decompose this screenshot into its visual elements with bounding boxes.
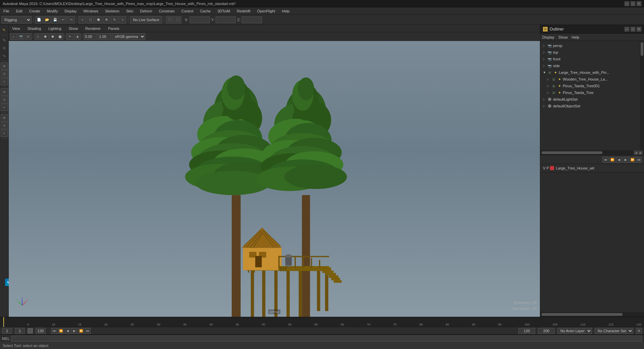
menu-file[interactable]: File — [2, 8, 11, 14]
vp-lighting-button[interactable]: ☀ — [66, 33, 73, 40]
anim-layer-select[interactable]: No Anim Layer — [557, 328, 592, 334]
tree-item-persp[interactable]: ▷ 📷 persp — [540, 42, 644, 49]
vp-menu-view[interactable]: View — [11, 26, 21, 31]
outliner-maximize[interactable]: □ — [631, 27, 635, 32]
pb-start[interactable]: ⏮ — [602, 157, 608, 163]
select-tool-button[interactable]: ⊹ — [79, 16, 86, 23]
playback-back-btn[interactable]: ◀ — [64, 328, 71, 334]
z-coord-input[interactable] — [242, 16, 262, 23]
playback-play-btn[interactable]: ▶ — [71, 328, 77, 334]
pb-prev[interactable]: ◀ — [616, 157, 622, 163]
vp-colorspace-select[interactable]: sRGB gamma — [112, 33, 145, 40]
transform-button-1[interactable]: ⊞ — [1, 88, 8, 96]
menu-deform[interactable]: Deform — [139, 8, 153, 14]
new-scene-button[interactable]: 📄 — [35, 16, 43, 23]
playback-end-btn[interactable]: ⏭ — [85, 328, 91, 334]
frame-current-input[interactable] — [15, 328, 25, 334]
show-hide-button-1[interactable]: ⊞ — [1, 62, 8, 70]
vp-fit-button[interactable]: ⊡ — [25, 33, 32, 40]
tree-item-front[interactable]: ▷ 📷 front — [540, 56, 644, 62]
move-tool-button[interactable]: ✥ — [103, 16, 110, 23]
frame-start-input[interactable] — [2, 328, 12, 334]
minimize-button[interactable]: ─ — [625, 1, 629, 6]
menu-skin[interactable]: Skin — [125, 8, 135, 14]
playback-fwd-btn[interactable]: ⏩ — [78, 328, 84, 334]
outliner-menu-help[interactable]: Help — [572, 35, 580, 39]
tree-item-object-set[interactable]: ▷ defaultObjectSet — [540, 103, 644, 109]
tree-item-large-tree-house[interactable]: ▼ ⊞ ✦ Large_Tree_House_with_Pin... — [540, 69, 644, 76]
tree-item-top[interactable]: ▷ 📷 top — [540, 49, 644, 56]
vp-smooth2-button[interactable]: ⬣ — [49, 33, 56, 40]
menu-control[interactable]: Control — [180, 8, 194, 14]
vp-camera-button[interactable]: 📷 — [17, 33, 24, 40]
mel-command-input[interactable] — [11, 336, 642, 342]
render-button[interactable]: ⬛ — [166, 16, 173, 23]
playback-prev-btn[interactable]: ⏪ — [58, 328, 64, 334]
paint-effects-button[interactable]: ✎ — [1, 37, 8, 44]
outliner-close[interactable]: ✕ — [637, 27, 641, 32]
outliner-menu-show[interactable]: Show — [558, 35, 568, 39]
frame-range-max-display[interactable] — [538, 328, 555, 334]
mode-dropdown[interactable]: Rigging Animation Polygons Rendering — [1, 16, 32, 23]
vp-shadow-button[interactable]: ◑ — [74, 33, 81, 40]
playback-start-btn[interactable]: ⏮ — [51, 328, 57, 334]
outliner-scrollbar[interactable] — [640, 41, 644, 150]
tree-item-pinus[interactable]: ▷ ⊞ ✦ Pinus_Taeda_Tree — [540, 89, 644, 96]
pb-end[interactable]: ⏭ — [636, 157, 642, 163]
render-btn-side-1[interactable]: ⊞ — [1, 114, 8, 121]
menu-openflight[interactable]: OpenFlight — [256, 8, 277, 14]
menu-edit[interactable]: Edit — [15, 8, 24, 14]
pb-next[interactable]: ▶ — [623, 157, 629, 163]
menu-3dtoall[interactable]: 3DToAll — [216, 8, 231, 14]
render-btn-side-2[interactable]: ⊟ — [1, 122, 8, 129]
pb-next-key[interactable]: ⏩ — [629, 157, 635, 163]
transform-button-3[interactable]: ≡ — [1, 104, 8, 111]
y-coord-input[interactable] — [216, 16, 236, 23]
scale-tool-button[interactable]: ⤡ — [119, 16, 126, 23]
settings-button[interactable]: ⚙ — [636, 328, 642, 334]
curve-button[interactable]: ∿ — [1, 52, 8, 59]
pb-prev-key[interactable]: ⏪ — [609, 157, 615, 163]
hscroll-left[interactable]: ◀ — [634, 151, 638, 155]
hscroll-right[interactable]: ▶ — [639, 151, 643, 155]
paint-select-button[interactable]: ⬢ — [95, 16, 102, 23]
menu-constrain[interactable]: Constrain — [157, 8, 176, 14]
save-scene-button[interactable]: 💾 — [51, 16, 59, 23]
right-panel-bottom-scroll[interactable] — [540, 312, 644, 317]
viewport-canvas[interactable]: persp Symmetry: Off Soft Select: Off X Y — [9, 41, 540, 317]
vp-menu-show[interactable]: Show — [67, 26, 80, 31]
show-hide-button-2[interactable]: ⊟ — [1, 70, 8, 78]
menu-skeleton[interactable]: Skeleton — [104, 8, 121, 14]
undo-button[interactable]: ↩ — [59, 16, 67, 23]
timeline-area[interactable]: 1 5 10 15 20 25 30 35 40 45 50 55 60 65 … — [0, 317, 644, 327]
menu-cache[interactable]: Cache — [199, 8, 212, 14]
right-panel-scroll-thumb[interactable] — [542, 313, 623, 316]
rotate-tool-button[interactable]: ↻ — [111, 16, 118, 23]
menu-windows[interactable]: Windows — [82, 8, 100, 14]
vp-menu-shading[interactable]: Shading — [26, 26, 42, 31]
select-mode-button[interactable]: ↖ — [1, 26, 8, 34]
open-scene-button[interactable]: 📂 — [43, 16, 51, 23]
outliner-scroll-thumb[interactable] — [641, 42, 643, 56]
outliner-minimize[interactable]: ─ — [625, 27, 629, 32]
tree-item-light-set[interactable]: ▷ defaultLightSet — [540, 96, 644, 103]
menu-create[interactable]: Create — [28, 8, 42, 14]
outliner-menu-display[interactable]: Display — [542, 35, 554, 39]
vp-wireframe-button[interactable]: ⬡ — [35, 33, 41, 40]
show-hide-button-3[interactable]: ≡ — [1, 78, 8, 85]
render-btn-side-3[interactable]: ≡ — [1, 130, 8, 137]
frame-end-input[interactable] — [36, 328, 46, 334]
timeline-ruler[interactable]: 1 5 10 15 20 25 30 35 40 45 50 55 60 65 … — [0, 317, 644, 327]
outliner-hscrollbar[interactable]: ◀ ▶ — [540, 150, 644, 155]
menu-modify[interactable]: Modify — [46, 8, 59, 14]
close-button[interactable]: ✕ — [637, 1, 641, 6]
no-live-surface-button[interactable]: No Live Surface — [130, 16, 162, 23]
vp-menu-panels[interactable]: Panels — [107, 26, 121, 31]
vp-menu-lighting[interactable]: Lighting — [47, 26, 63, 31]
vp-texture-button[interactable]: ⬤ — [57, 33, 63, 40]
tree-item-wooden-tree[interactable]: ▷ ⊞ ✦ Wooden_Tree_House_La... — [540, 76, 644, 83]
outliner-hscroll-thumb[interactable] — [542, 151, 602, 154]
vp-home-button[interactable]: ⌂ — [10, 33, 17, 40]
menu-display[interactable]: Display — [63, 8, 78, 14]
tree-item-pinus-001[interactable]: ▷ ⊞ ✦ Pinus_Taeda_Tree001 — [540, 83, 644, 89]
